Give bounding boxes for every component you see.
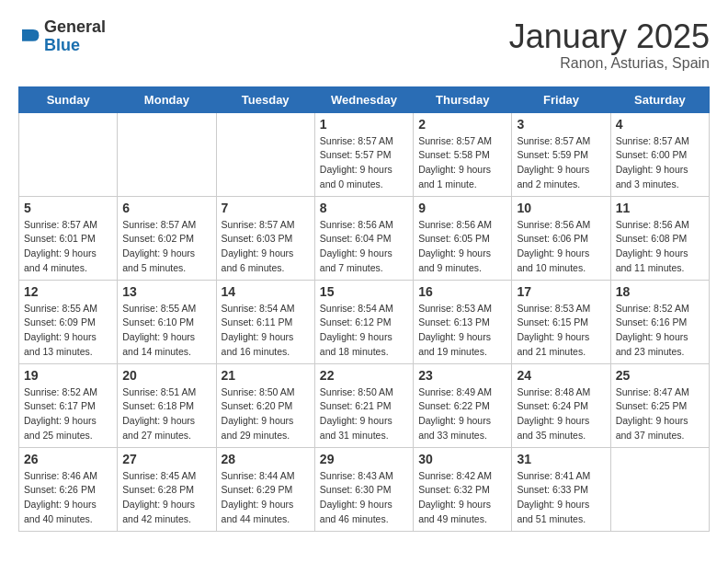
day-info: Sunrise: 8:50 AMSunset: 6:21 PMDaylight:… bbox=[320, 385, 408, 443]
day-number: 22 bbox=[320, 368, 408, 383]
day-info: Sunrise: 8:54 AMSunset: 6:11 PMDaylight:… bbox=[222, 302, 310, 360]
day-info: Sunrise: 8:52 AMSunset: 6:16 PMDaylight:… bbox=[616, 302, 704, 360]
day-info: Sunrise: 8:54 AMSunset: 6:12 PMDaylight:… bbox=[320, 302, 408, 360]
day-number: 9 bbox=[418, 201, 506, 215]
day-cell-27: 27Sunrise: 8:45 AMSunset: 6:28 PMDayligh… bbox=[118, 447, 216, 531]
day-number: 11 bbox=[616, 201, 704, 215]
day-cell-21: 21Sunrise: 8:50 AMSunset: 6:20 PMDayligh… bbox=[216, 363, 314, 447]
day-cell-23: 23Sunrise: 8:49 AMSunset: 6:22 PMDayligh… bbox=[414, 363, 512, 447]
day-cell-30: 30Sunrise: 8:42 AMSunset: 6:32 PMDayligh… bbox=[414, 447, 512, 531]
logo: General Blue bbox=[18, 18, 106, 55]
day-cell-16: 16Sunrise: 8:53 AMSunset: 6:13 PMDayligh… bbox=[414, 280, 512, 363]
day-number: 16 bbox=[418, 284, 506, 299]
day-info: Sunrise: 8:56 AMSunset: 6:04 PMDaylight:… bbox=[320, 218, 408, 276]
day-number: 10 bbox=[517, 201, 605, 215]
day-cell-9: 9Sunrise: 8:56 AMSunset: 6:05 PMDaylight… bbox=[414, 196, 512, 280]
title-block: January 2025 Ranon, Asturias, Spain bbox=[509, 18, 710, 72]
day-info: Sunrise: 8:50 AMSunset: 6:20 PMDaylight:… bbox=[222, 385, 310, 443]
day-cell-3: 3Sunrise: 8:57 AMSunset: 5:59 PMDaylight… bbox=[512, 112, 610, 196]
day-number: 19 bbox=[24, 368, 112, 383]
calendar-title: January 2025 bbox=[509, 18, 710, 55]
day-number: 3 bbox=[517, 117, 605, 132]
day-number: 5 bbox=[24, 201, 112, 215]
day-info: Sunrise: 8:49 AMSunset: 6:22 PMDaylight:… bbox=[418, 385, 506, 443]
day-number: 14 bbox=[222, 284, 310, 299]
day-number: 27 bbox=[122, 452, 210, 466]
day-info: Sunrise: 8:41 AMSunset: 6:33 PMDaylight:… bbox=[517, 469, 605, 527]
day-cell-22: 22Sunrise: 8:50 AMSunset: 6:21 PMDayligh… bbox=[314, 363, 413, 447]
week-row-4: 19Sunrise: 8:52 AMSunset: 6:17 PMDayligh… bbox=[19, 363, 710, 447]
day-cell-15: 15Sunrise: 8:54 AMSunset: 6:12 PMDayligh… bbox=[314, 280, 413, 363]
day-info: Sunrise: 8:51 AMSunset: 6:18 PMDaylight:… bbox=[122, 385, 210, 443]
weekday-header-monday: Monday bbox=[118, 86, 216, 112]
day-number: 8 bbox=[320, 201, 408, 215]
day-number: 25 bbox=[616, 368, 704, 383]
day-number: 23 bbox=[418, 368, 506, 383]
day-number: 20 bbox=[122, 368, 210, 383]
logo-icon bbox=[18, 26, 40, 48]
day-info: Sunrise: 8:56 AMSunset: 6:08 PMDaylight:… bbox=[616, 218, 704, 276]
day-cell-29: 29Sunrise: 8:43 AMSunset: 6:30 PMDayligh… bbox=[314, 447, 413, 531]
day-info: Sunrise: 8:57 AMSunset: 6:03 PMDaylight:… bbox=[222, 218, 310, 276]
day-info: Sunrise: 8:45 AMSunset: 6:28 PMDaylight:… bbox=[122, 469, 210, 527]
day-cell-12: 12Sunrise: 8:55 AMSunset: 6:09 PMDayligh… bbox=[19, 280, 118, 363]
day-cell-4: 4Sunrise: 8:57 AMSunset: 6:00 PMDaylight… bbox=[610, 112, 709, 196]
empty-cell bbox=[610, 447, 709, 531]
day-cell-17: 17Sunrise: 8:53 AMSunset: 6:15 PMDayligh… bbox=[512, 280, 610, 363]
day-number: 13 bbox=[122, 284, 210, 299]
day-cell-25: 25Sunrise: 8:47 AMSunset: 6:25 PMDayligh… bbox=[610, 363, 709, 447]
day-info: Sunrise: 8:52 AMSunset: 6:17 PMDaylight:… bbox=[24, 385, 112, 443]
weekday-header-sunday: Sunday bbox=[19, 86, 118, 112]
day-cell-13: 13Sunrise: 8:55 AMSunset: 6:10 PMDayligh… bbox=[118, 280, 216, 363]
empty-cell bbox=[118, 112, 216, 196]
day-cell-11: 11Sunrise: 8:56 AMSunset: 6:08 PMDayligh… bbox=[610, 196, 709, 280]
day-number: 28 bbox=[222, 452, 310, 466]
day-cell-20: 20Sunrise: 8:51 AMSunset: 6:18 PMDayligh… bbox=[118, 363, 216, 447]
logo-text: General Blue bbox=[44, 18, 106, 55]
day-cell-2: 2Sunrise: 8:57 AMSunset: 5:58 PMDaylight… bbox=[414, 112, 512, 196]
weekday-header-tuesday: Tuesday bbox=[216, 86, 314, 112]
day-number: 17 bbox=[517, 284, 605, 299]
day-cell-18: 18Sunrise: 8:52 AMSunset: 6:16 PMDayligh… bbox=[610, 280, 709, 363]
day-number: 7 bbox=[222, 201, 310, 215]
day-cell-26: 26Sunrise: 8:46 AMSunset: 6:26 PMDayligh… bbox=[19, 447, 118, 531]
day-cell-10: 10Sunrise: 8:56 AMSunset: 6:06 PMDayligh… bbox=[512, 196, 610, 280]
empty-cell bbox=[216, 112, 314, 196]
day-info: Sunrise: 8:56 AMSunset: 6:06 PMDaylight:… bbox=[517, 218, 605, 276]
weekday-header-wednesday: Wednesday bbox=[314, 86, 413, 112]
day-info: Sunrise: 8:57 AMSunset: 6:01 PMDaylight:… bbox=[24, 218, 112, 276]
day-info: Sunrise: 8:57 AMSunset: 5:57 PMDaylight:… bbox=[320, 134, 408, 192]
day-number: 4 bbox=[616, 117, 704, 132]
day-number: 18 bbox=[616, 284, 704, 299]
day-cell-7: 7Sunrise: 8:57 AMSunset: 6:03 PMDaylight… bbox=[216, 196, 314, 280]
day-number: 1 bbox=[320, 117, 408, 132]
day-info: Sunrise: 8:56 AMSunset: 6:05 PMDaylight:… bbox=[418, 218, 506, 276]
day-info: Sunrise: 8:53 AMSunset: 6:13 PMDaylight:… bbox=[418, 302, 506, 360]
day-cell-14: 14Sunrise: 8:54 AMSunset: 6:11 PMDayligh… bbox=[216, 280, 314, 363]
weekday-header-row: SundayMondayTuesdayWednesdayThursdayFrid… bbox=[19, 86, 710, 112]
week-row-2: 5Sunrise: 8:57 AMSunset: 6:01 PMDaylight… bbox=[19, 196, 710, 280]
empty-cell bbox=[19, 112, 118, 196]
day-number: 29 bbox=[320, 452, 408, 466]
day-cell-1: 1Sunrise: 8:57 AMSunset: 5:57 PMDaylight… bbox=[314, 112, 413, 196]
day-info: Sunrise: 8:48 AMSunset: 6:24 PMDaylight:… bbox=[517, 385, 605, 443]
day-info: Sunrise: 8:42 AMSunset: 6:32 PMDaylight:… bbox=[418, 469, 506, 527]
day-number: 2 bbox=[418, 117, 506, 132]
day-info: Sunrise: 8:55 AMSunset: 6:10 PMDaylight:… bbox=[122, 302, 210, 360]
day-number: 31 bbox=[517, 452, 605, 466]
week-row-1: 1Sunrise: 8:57 AMSunset: 5:57 PMDaylight… bbox=[19, 112, 710, 196]
day-info: Sunrise: 8:46 AMSunset: 6:26 PMDaylight:… bbox=[24, 469, 112, 527]
day-info: Sunrise: 8:57 AMSunset: 6:02 PMDaylight:… bbox=[122, 218, 210, 276]
day-number: 24 bbox=[517, 368, 605, 383]
day-cell-28: 28Sunrise: 8:44 AMSunset: 6:29 PMDayligh… bbox=[216, 447, 314, 531]
calendar-subtitle: Ranon, Asturias, Spain bbox=[509, 55, 710, 72]
weekday-header-thursday: Thursday bbox=[414, 86, 512, 112]
day-info: Sunrise: 8:55 AMSunset: 6:09 PMDaylight:… bbox=[24, 302, 112, 360]
logo-blue: Blue bbox=[44, 37, 106, 55]
logo-general: General bbox=[44, 18, 106, 37]
week-row-5: 26Sunrise: 8:46 AMSunset: 6:26 PMDayligh… bbox=[19, 447, 710, 531]
day-number: 21 bbox=[222, 368, 310, 383]
day-info: Sunrise: 8:57 AMSunset: 5:59 PMDaylight:… bbox=[517, 134, 605, 192]
day-number: 6 bbox=[122, 201, 210, 215]
calendar-table: SundayMondayTuesdayWednesdayThursdayFrid… bbox=[18, 86, 710, 532]
